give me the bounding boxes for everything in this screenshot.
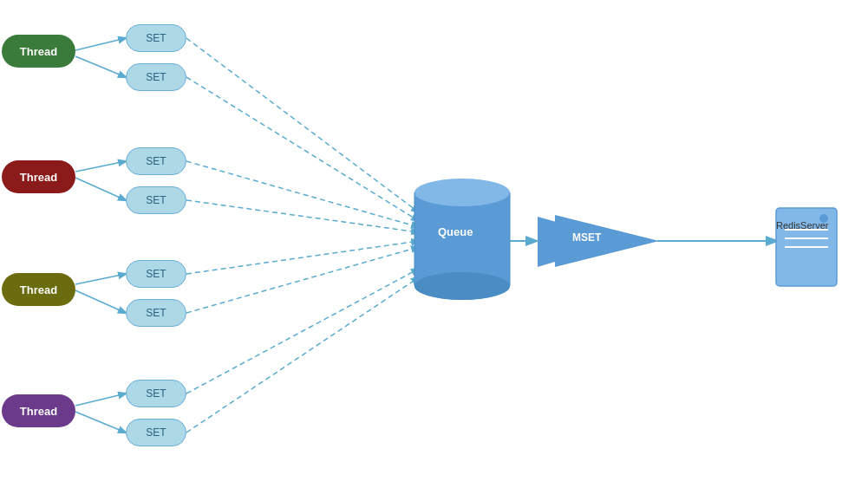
svg-line-2 xyxy=(75,161,126,172)
svg-line-5 xyxy=(75,290,126,313)
svg-line-14 xyxy=(186,269,419,394)
set-label-2-1: SET xyxy=(146,155,166,167)
thread-2-pill: Thread xyxy=(2,160,75,193)
thread-1-pill: Thread xyxy=(2,35,75,68)
set-label-4-2: SET xyxy=(146,426,166,439)
redis-container: RedisServer xyxy=(776,217,829,231)
set-2-1: SET xyxy=(126,147,186,175)
svg-line-9 xyxy=(186,77,419,221)
thread-2-label: Thread xyxy=(20,171,57,184)
svg-point-18 xyxy=(414,179,510,206)
thread-3-pill: Thread xyxy=(2,273,75,306)
redis-label: RedisServer xyxy=(776,220,829,231)
set-2-2: SET xyxy=(126,186,186,214)
set-1-2: SET xyxy=(126,63,186,91)
mset-label: MSET xyxy=(572,231,601,244)
set-4-2: SET xyxy=(126,419,186,446)
svg-line-10 xyxy=(186,161,419,227)
set-1-1: SET xyxy=(126,24,186,52)
svg-line-11 xyxy=(186,200,419,232)
queue-label: Queue xyxy=(438,225,473,238)
set-3-2: SET xyxy=(126,299,186,327)
set-4-1: SET xyxy=(126,380,186,407)
svg-point-19 xyxy=(414,272,510,300)
svg-line-1 xyxy=(75,56,126,77)
thread-4-label: Thread xyxy=(20,405,57,418)
svg-line-0 xyxy=(75,38,126,50)
svg-line-15 xyxy=(186,277,419,433)
svg-line-7 xyxy=(75,412,126,433)
set-label-4-1: SET xyxy=(146,387,166,400)
svg-line-3 xyxy=(75,178,126,200)
svg-line-8 xyxy=(186,38,419,212)
thread-3-label: Thread xyxy=(20,283,57,296)
thread-4-pill: Thread xyxy=(2,394,75,427)
set-label-3-1: SET xyxy=(146,268,166,280)
set-label-1-1: SET xyxy=(146,32,166,44)
diagram-container: Thread Thread Thread Thread SET SET SET … xyxy=(0,0,868,488)
thread-1-label: Thread xyxy=(20,45,57,58)
svg-rect-25 xyxy=(538,225,572,257)
set-3-1: SET xyxy=(126,260,186,288)
svg-line-12 xyxy=(186,241,419,274)
svg-rect-17 xyxy=(414,192,510,286)
set-label-1-2: SET xyxy=(146,71,166,83)
set-label-2-2: SET xyxy=(146,194,166,206)
svg-line-6 xyxy=(75,394,126,406)
set-label-3-2: SET xyxy=(146,307,166,319)
svg-line-4 xyxy=(75,274,126,284)
